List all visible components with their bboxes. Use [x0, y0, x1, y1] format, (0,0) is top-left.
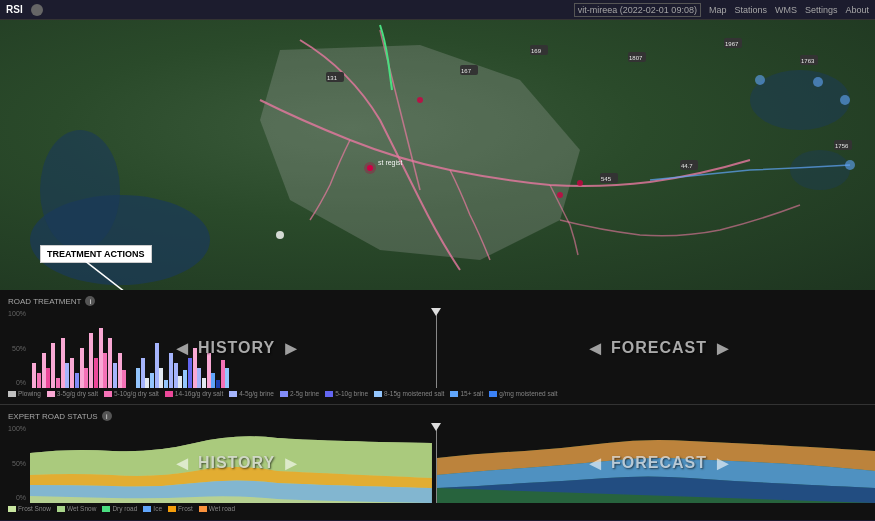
bar-group-2 — [42, 353, 51, 388]
bar — [122, 370, 126, 388]
bar — [216, 380, 220, 388]
bar-group-6 — [80, 348, 89, 388]
bar — [70, 358, 74, 388]
bar — [202, 378, 206, 388]
bar — [159, 368, 163, 388]
chart1-legend: Plowing 3-5g/g dry salt 5-10g/g dry salt… — [0, 388, 875, 399]
chart1-y-axis: 100% 50% 0% — [0, 308, 30, 388]
svg-text:169: 169 — [531, 48, 542, 54]
treatment-annotation: TREATMENT ACTIONS — [40, 245, 152, 263]
svg-point-32 — [840, 95, 850, 105]
legend-color-5g-brine — [325, 391, 333, 397]
legend-item-8g-salt: 8-15g moistened salt — [374, 390, 444, 397]
topbar-icons — [31, 4, 43, 16]
bar-group-1 — [32, 363, 41, 388]
legend-item-plowing: Plowing — [8, 390, 41, 397]
charts-section: ROAD TREATMENT i 100% 50% 0% — [0, 290, 875, 520]
svg-marker-4 — [260, 45, 580, 260]
legend-color-4g-brine — [229, 391, 237, 397]
bar — [113, 363, 117, 388]
chart2-triangle — [431, 423, 441, 431]
legend-item-5g-brine: 5-10g brine — [325, 390, 368, 397]
map-area[interactable]: 131 167 169 1807 1967 1763 1756 545 44.7… — [0, 20, 875, 290]
app-logo: RSI — [6, 4, 23, 15]
bar — [42, 353, 46, 388]
legend-color-8g-salt — [374, 391, 382, 397]
bar — [46, 368, 50, 388]
legend-item-frost: Frost — [168, 505, 193, 512]
svg-text:545: 545 — [601, 176, 612, 182]
bar — [75, 373, 79, 388]
bar-group-16 — [193, 348, 206, 388]
bar — [65, 363, 69, 388]
svg-point-24 — [367, 165, 373, 171]
menu-item-settings[interactable]: Settings — [805, 5, 838, 15]
bar — [174, 363, 178, 388]
bar-group-10 — [118, 353, 127, 388]
legend-item-frost-snow: Frost Snow — [8, 505, 51, 512]
bar — [197, 368, 201, 388]
svg-text:1807: 1807 — [629, 55, 643, 61]
chart2-title: EXPERT ROAD STATUS i — [0, 409, 875, 423]
legend-item-4g-brine: 4-5g/g brine — [229, 390, 274, 397]
bar — [108, 338, 112, 388]
svg-point-29 — [276, 231, 284, 239]
expert-road-status-chart: EXPERT ROAD STATUS i 100% 50% 0% — [0, 405, 875, 520]
moon-icon[interactable] — [31, 4, 43, 16]
svg-point-28 — [577, 180, 583, 186]
menu-item-about[interactable]: About — [845, 5, 869, 15]
chart1-content: 100% 50% 0% — [0, 308, 875, 388]
bar — [178, 376, 182, 388]
svg-point-2 — [750, 70, 850, 130]
chart1-main: ◄ HISTORY ► ◄ FORECAST ► — [30, 308, 875, 388]
legend-item-ice: Ice — [143, 505, 162, 512]
bar-group-18 — [221, 360, 230, 388]
chart2-y-axis: 100% 50% 0% — [0, 423, 30, 503]
bar — [84, 368, 88, 388]
bar-group-14 — [174, 363, 183, 388]
legend-color-plowing — [8, 391, 16, 397]
legend-item-dry-road: Dry road — [102, 505, 137, 512]
bar — [221, 360, 225, 388]
bar — [89, 333, 93, 388]
menu-item-map[interactable]: Map — [709, 5, 727, 15]
legend-color-2g-brine — [280, 391, 288, 397]
svg-text:44.7: 44.7 — [681, 163, 693, 169]
topbar: RSI vit-mireea (2022-02-01 09:08) Map St… — [0, 0, 875, 20]
bar — [56, 378, 60, 388]
bar — [193, 348, 197, 388]
chart2-divider — [436, 423, 437, 503]
bar — [169, 353, 173, 388]
svg-text:1967: 1967 — [725, 41, 739, 47]
legend-color-5g — [104, 391, 112, 397]
svg-point-30 — [755, 75, 765, 85]
bar — [103, 353, 107, 388]
bar-group-12 — [150, 343, 163, 388]
main-container: 131 167 169 1807 1967 1763 1756 545 44.7… — [0, 20, 875, 520]
bar — [37, 373, 41, 388]
legend-color-wet-snow — [57, 506, 65, 512]
chart2-legend: Frost Snow Wet Snow Dry road Ice Frost — [0, 503, 875, 514]
bar — [150, 373, 154, 388]
bar — [61, 338, 65, 388]
bar-group-3 — [51, 343, 60, 388]
svg-line-35 — [80, 257, 170, 290]
bar — [141, 358, 145, 388]
legend-color-3g — [47, 391, 55, 397]
chart1-info-icon[interactable]: i — [85, 296, 95, 306]
topbar-menu: Map Stations WMS Settings About — [709, 5, 869, 15]
svg-point-27 — [557, 192, 563, 198]
road-treatment-chart: ROAD TREATMENT i 100% 50% 0% — [0, 290, 875, 405]
legend-color-dry-road — [102, 506, 110, 512]
bar — [155, 343, 159, 388]
bar — [164, 380, 168, 388]
menu-item-stations[interactable]: Stations — [734, 5, 767, 15]
bar — [32, 363, 36, 388]
chart1-triangle — [431, 308, 441, 316]
chart2-info-icon[interactable]: i — [102, 411, 112, 421]
legend-color-mg-salt — [489, 391, 497, 397]
bar-group-8 — [99, 328, 108, 388]
menu-item-wms[interactable]: WMS — [775, 5, 797, 15]
svg-text:st regist: st regist — [378, 159, 403, 167]
bar — [207, 353, 211, 388]
